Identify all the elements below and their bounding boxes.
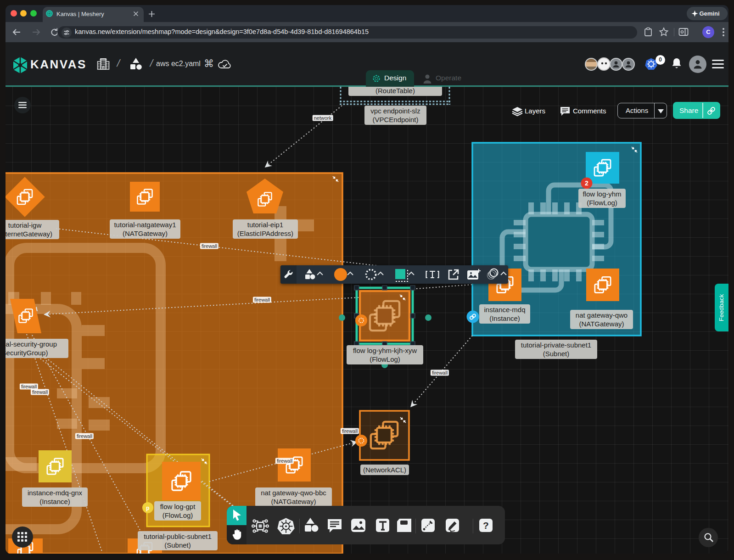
svg-text:2: 2 [585, 179, 588, 187]
svg-text:?: ? [483, 520, 489, 531]
svg-text:p: p [146, 505, 149, 511]
